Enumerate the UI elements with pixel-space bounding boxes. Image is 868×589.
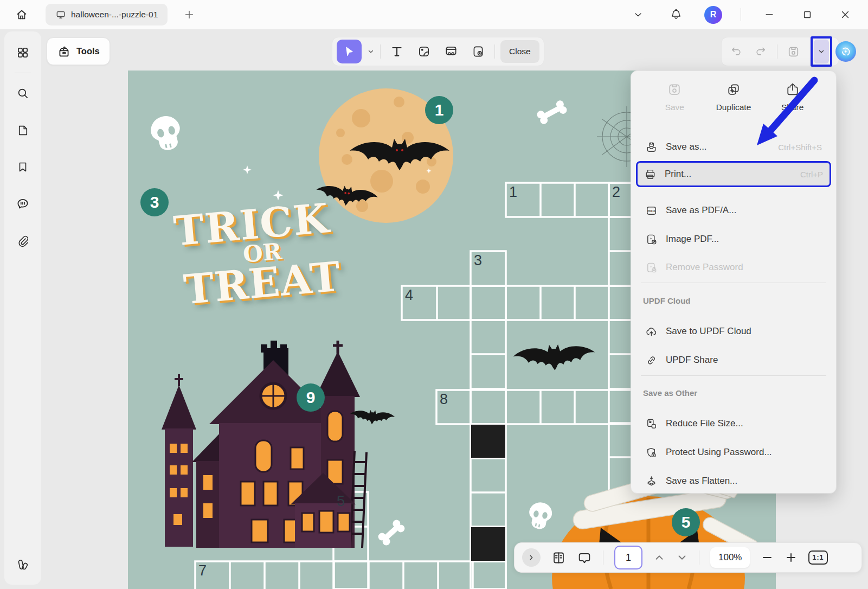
- svg-text:PDF/A: PDF/A: [647, 209, 655, 212]
- chevron-down-icon: [633, 9, 644, 20]
- sidebar-item-attachments[interactable]: [12, 231, 33, 251]
- bell-icon: [670, 8, 683, 21]
- flatten-icon: [645, 475, 658, 488]
- badge-number: 1: [435, 101, 444, 119]
- zoom-in-button[interactable]: [785, 551, 798, 564]
- menu-item-label: Protect Using Password...: [666, 447, 772, 458]
- toolbar-divider: [494, 44, 495, 59]
- image-tool-button[interactable]: [413, 41, 435, 62]
- zoom-value: 100%: [718, 552, 742, 562]
- sidebar-item-search[interactable]: [12, 83, 33, 104]
- document-tab[interactable]: halloween-...-puzzle-01: [46, 4, 168, 25]
- redo-button[interactable]: [753, 41, 769, 62]
- save-toolbar: [721, 37, 839, 66]
- menu-item-print[interactable]: Print... Ctrl+P: [636, 161, 831, 187]
- maximize-button[interactable]: [798, 5, 817, 24]
- chevron-down-icon: [367, 48, 375, 55]
- menu-item-image-pdf[interactable]: Image PDF...: [639, 227, 828, 251]
- zoom-level[interactable]: 100%: [710, 547, 750, 568]
- page-location-tool-button[interactable]: [467, 41, 489, 62]
- ai-swirl-icon: [839, 44, 853, 59]
- tools-button[interactable]: Tools: [47, 37, 110, 65]
- action-label: Duplicate: [716, 103, 751, 112]
- tools-label: Tools: [76, 46, 100, 56]
- badge-number: 5: [681, 513, 691, 532]
- menu-item-label: Save as Flatten...: [666, 476, 737, 486]
- clue-badge: 9: [297, 383, 325, 412]
- page-number: 1: [626, 552, 631, 564]
- menu-item-remove-password[interactable]: Remove Password: [639, 255, 828, 279]
- page-number-input[interactable]: 1: [614, 546, 642, 569]
- minimize-button[interactable]: [760, 5, 779, 24]
- save-dropdown-button[interactable]: [814, 40, 829, 63]
- menu-item-save-as-flatten[interactable]: Save as Flatten...: [639, 469, 828, 493]
- toolbar-divider: [777, 44, 777, 59]
- new-tab-button[interactable]: [179, 5, 199, 24]
- cloud-upload-icon: [645, 325, 658, 338]
- previous-page-button[interactable]: [653, 552, 665, 564]
- menu-item-shortcut: Ctrl+Shift+S: [778, 143, 822, 152]
- search-icon: [16, 86, 30, 100]
- comment-icon: [16, 197, 30, 211]
- sidebar-item-thumbnails[interactable]: [12, 120, 33, 140]
- badge-number: 9: [306, 388, 316, 407]
- chevron-down-icon: [676, 552, 688, 564]
- close-window-button[interactable]: [835, 5, 855, 24]
- menu-divider: [641, 375, 826, 376]
- sidebar-item-theme-swatches[interactable]: [12, 554, 33, 575]
- sidebar-item-comments[interactable]: [12, 194, 33, 214]
- sidebar-item-bookmarks[interactable]: [12, 157, 33, 177]
- clue-badge: 1: [425, 96, 453, 124]
- undo-button[interactable]: [728, 41, 744, 62]
- fit-label: 1:1: [812, 554, 824, 561]
- plus-icon: [183, 9, 195, 21]
- undo-icon: [730, 45, 743, 58]
- menu-item-save-as-pdfa[interactable]: PDF/A Save as PDF/A...: [639, 199, 828, 222]
- menu-item-label: Remove Password: [666, 262, 743, 273]
- minus-icon: [761, 551, 774, 564]
- select-tool-button[interactable]: [337, 40, 362, 63]
- page-icon: [16, 124, 30, 137]
- menu-save-action[interactable]: Save: [650, 82, 699, 112]
- menu-item-reduce-file-size[interactable]: Reduce File Size...: [639, 412, 828, 436]
- notifications-button[interactable]: [666, 5, 686, 24]
- image-tool-icon: [417, 44, 431, 59]
- expand-statusbar-button[interactable]: [522, 548, 541, 567]
- link-icon: [645, 354, 658, 367]
- save-button[interactable]: [785, 41, 801, 62]
- sidebar-item-tools-grid[interactable]: [12, 42, 33, 63]
- chevron-right-icon: [528, 554, 535, 561]
- monitor-icon: [55, 9, 66, 20]
- next-page-button[interactable]: [676, 552, 688, 564]
- crossword-number: 1: [509, 184, 517, 201]
- chevron-down-icon: [818, 48, 825, 55]
- home-button[interactable]: [12, 5, 31, 24]
- menu-share-action[interactable]: Share: [768, 82, 817, 112]
- avatar[interactable]: R: [704, 6, 722, 24]
- select-tool-dropdown[interactable]: [367, 48, 375, 55]
- menu-item-save-as[interactable]: Save as... Ctrl+Shift+S: [639, 135, 828, 159]
- collapse-toolbar-button[interactable]: [628, 5, 648, 24]
- bookmark-icon: [16, 161, 29, 174]
- page-pin-icon: [471, 44, 485, 59]
- chevron-up-icon: [653, 552, 665, 564]
- presentation-mode-button[interactable]: [577, 550, 592, 565]
- duplicate-icon: [726, 82, 741, 97]
- zoom-out-button[interactable]: [761, 551, 774, 564]
- actual-size-button[interactable]: 1:1: [808, 550, 827, 565]
- remove-password-icon: [645, 261, 658, 274]
- ai-assistant-button[interactable]: [835, 41, 856, 62]
- menu-duplicate-action[interactable]: Duplicate: [709, 82, 758, 112]
- save-as-icon: [645, 141, 658, 153]
- menu-item-protect-using-password[interactable]: Protect Using Password...: [639, 440, 828, 464]
- thumbnails-icon: [551, 550, 566, 565]
- menu-item-updf-share[interactable]: UPDF Share: [639, 348, 828, 372]
- close-edit-mode-button[interactable]: Close: [500, 40, 539, 63]
- badge-number: 3: [150, 193, 159, 212]
- link-tool-button[interactable]: [440, 41, 462, 62]
- text-tool-button[interactable]: [386, 41, 408, 62]
- haunted-house-illustration: [162, 341, 367, 548]
- menu-item-save-to-updf-cloud[interactable]: Save to UPDF Cloud: [639, 319, 828, 343]
- action-label: Save: [665, 103, 684, 112]
- page-thumbnails-button[interactable]: [551, 550, 566, 565]
